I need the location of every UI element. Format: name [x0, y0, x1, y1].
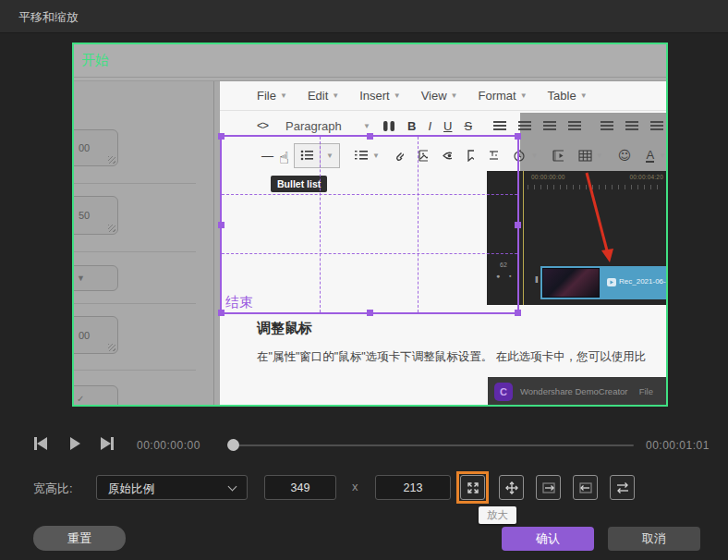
media-icon: [552, 150, 563, 162]
democreator-logo: C: [494, 383, 513, 401]
arrow-right-box-icon: [541, 481, 556, 495]
outdent-icon: [601, 121, 613, 131]
justify-icon: [568, 121, 581, 131]
panel-dropdown-field: ▼: [72, 265, 118, 291]
panel-number-field: 50: [72, 196, 118, 235]
dialog-title: 平移和缩放: [18, 9, 79, 26]
width-input[interactable]: [264, 475, 336, 500]
panel-number-field: 00: [72, 316, 118, 354]
code-icon: <>: [257, 119, 268, 132]
font-color-button: A ▼: [646, 149, 666, 163]
menu-view: View▼: [421, 89, 458, 103]
document-body-text: 在"属性"窗口的"鼠标"选项卡下调整鼠标设置。 在此选项卡中，您可以使用比: [257, 349, 646, 365]
zoom-in-button-highlight: [456, 471, 489, 504]
crop-handle-nw[interactable]: [218, 133, 224, 140]
pan-move-icon: [504, 481, 519, 495]
underline-icon: U: [443, 119, 452, 133]
zoom-in-icon: [466, 481, 480, 495]
paragraph-dropdown: Paragraph▼: [285, 119, 370, 133]
start-region-label: 开始: [81, 52, 109, 69]
swap-button[interactable]: [610, 475, 635, 500]
next-frame-button[interactable]: [100, 436, 115, 451]
watermark-file-menu: File: [639, 386, 653, 396]
current-time: 00:00:00:00: [137, 439, 200, 452]
align-right-icon: [543, 121, 556, 131]
clip-video-icon: [607, 278, 616, 286]
clip-label: Rec_2021-06-11 11-2: [619, 277, 666, 286]
clip-thumbnail: [542, 268, 600, 298]
table-button: ▼: [578, 150, 603, 162]
panel-check-field: ✓: [72, 385, 118, 407]
crop-handle-n[interactable]: [367, 133, 373, 140]
indent-icon: [625, 121, 638, 131]
menu-format: Format▼: [479, 89, 528, 103]
mouse-cursor-icon: ☝: [279, 148, 289, 167]
confirm-button[interactable]: 确认: [502, 527, 594, 551]
play-button[interactable]: [67, 436, 82, 451]
crop-handle-w[interactable]: [218, 222, 224, 228]
frame-top-band: [74, 44, 666, 81]
dimension-separator: x: [352, 480, 358, 493]
indent-extra-icon: [650, 121, 663, 131]
dialog-titlebar: 平移和缩放: [0, 0, 728, 33]
swap-arrows-icon: [615, 481, 630, 495]
strikethrough-icon: S: [464, 119, 472, 133]
find-replace-icon: [382, 120, 395, 132]
total-duration: 00:00:01:01: [646, 439, 710, 452]
frame-left-panel: 00 50 ▼ 00 ✓: [74, 81, 220, 405]
crop-selection-box[interactable]: 结束: [220, 135, 519, 314]
playback-slider-thumb[interactable]: [227, 439, 239, 451]
zoom-in-button[interactable]: [460, 475, 485, 500]
cancel-button[interactable]: 取消: [608, 527, 700, 551]
height-input[interactable]: [375, 475, 451, 500]
pan-button[interactable]: [499, 475, 524, 500]
previous-frame-button[interactable]: [33, 436, 48, 451]
timeline-clip: ‖ Rec_2021-06-11 11-2: [540, 266, 666, 299]
menu-insert: Insert▼: [359, 89, 400, 103]
editor-menubar: File▼ Edit▼ Insert▼ View▼ Format▼ Table▼: [220, 81, 666, 111]
move-right-button[interactable]: [536, 475, 561, 500]
frame-watermark-bar: C Wondershare DemoCreator File: [488, 377, 666, 406]
align-center-icon: [518, 121, 531, 131]
watermark-brand: Wondershare DemoCreator: [520, 386, 628, 396]
zoom-tooltip: 放大: [479, 506, 516, 524]
reset-button[interactable]: 重置: [33, 526, 126, 551]
emoji-icon: ☺: [618, 148, 632, 163]
menu-edit: Edit▼: [308, 89, 339, 103]
bold-icon: B: [407, 119, 416, 133]
crop-handle-ne[interactable]: [515, 133, 521, 140]
align-left-icon: [493, 121, 506, 131]
playback-slider-track[interactable]: [231, 444, 634, 446]
move-left-button[interactable]: [573, 475, 598, 500]
aspect-ratio-label: 宽高比:: [33, 481, 73, 497]
panel-number-field: 00: [72, 129, 118, 166]
menu-file: File▼: [257, 89, 287, 103]
crop-handle-s[interactable]: [367, 310, 373, 316]
crop-handle-se[interactable]: [515, 310, 521, 316]
crop-handle-sw[interactable]: [218, 310, 224, 316]
chevron-down-icon: [228, 482, 237, 492]
italic-icon: I: [428, 119, 431, 133]
crop-handle-e[interactable]: [515, 222, 521, 228]
font-color-icon: A: [646, 149, 654, 163]
end-region-label: 结束: [225, 294, 253, 311]
arrow-left-box-icon: [578, 481, 593, 495]
menu-table: Table▼: [548, 89, 588, 103]
document-heading: 调整鼠标: [257, 320, 312, 337]
aspect-ratio-dropdown[interactable]: 原始比例: [96, 475, 248, 500]
video-preview[interactable]: 开始 00 50 ▼ 00 ✓ File▼ Edit▼ Insert▼ View…: [72, 43, 668, 407]
table-icon: [578, 150, 592, 162]
